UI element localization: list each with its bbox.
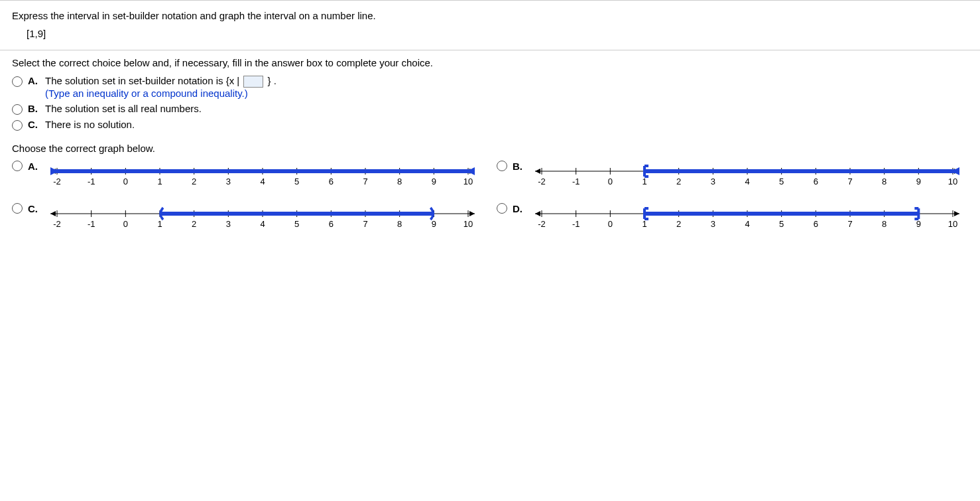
svg-text:10: 10 (463, 177, 473, 186)
svg-text:-1: -1 (88, 219, 95, 229)
choice-c-row: C. There is no solution. (12, 119, 968, 131)
radio-graph-d[interactable] (497, 203, 507, 214)
svg-text:1: 1 (642, 177, 646, 186)
choice-b-text: The solution set is all real numbers. (45, 103, 968, 114)
svg-text:-1: -1 (572, 219, 580, 229)
svg-marker-98 (954, 211, 959, 216)
brace-close: } . (268, 75, 276, 86)
choice-a-hint: (Type an inequality or a compound inequa… (45, 88, 248, 99)
svg-text:3: 3 (711, 177, 715, 186)
part2-instruction: Choose the correct graph below. (12, 143, 968, 154)
answer-section: Select the correct choice below and, if … (0, 50, 980, 240)
choice-c-label: C. (28, 119, 40, 130)
graph-choice-b: B. -2-1012345678910 (497, 161, 968, 191)
graph-choice-a: A. -2-1012345678910 (12, 161, 483, 191)
numberline-c: -2-1012345678910 (44, 203, 481, 234)
svg-text:7: 7 (363, 177, 367, 186)
choice-a-pre: The solution set in set-builder notation… (45, 75, 226, 86)
svg-text:4: 4 (260, 177, 265, 186)
svg-text:-2: -2 (53, 177, 61, 186)
svg-text:9: 9 (916, 177, 921, 186)
svg-text:9: 9 (432, 177, 436, 186)
graph-choice-d: D. -2-1012345678910 (497, 203, 968, 234)
radio-graph-c[interactable] (12, 203, 23, 214)
svg-text:2: 2 (676, 177, 681, 186)
numberline-a: -2-1012345678910 (44, 161, 481, 191)
svg-marker-68 (469, 211, 475, 216)
svg-text:3: 3 (711, 219, 715, 229)
numberline-d: -2-1012345678910 (528, 203, 966, 234)
svg-text:7: 7 (847, 219, 852, 229)
choice-b-label: B. (28, 103, 40, 114)
choice-b-row: B. The solution set is all real numbers. (12, 103, 968, 115)
numberline-b: -2-1012345678910 (528, 161, 966, 191)
svg-text:6: 6 (329, 219, 334, 229)
choice-c-text: There is no solution. (45, 119, 968, 130)
svg-text:-1: -1 (572, 177, 580, 186)
svg-text:4: 4 (260, 219, 265, 229)
interval-expression: [1,9] (27, 28, 968, 39)
svg-text:9: 9 (432, 219, 436, 229)
svg-text:8: 8 (397, 177, 402, 186)
graph-b-label: B. (513, 161, 524, 172)
svg-text:3: 3 (226, 177, 231, 186)
svg-text:1: 1 (157, 177, 162, 186)
answer-input[interactable] (243, 76, 263, 88)
svg-text:5: 5 (294, 177, 299, 186)
svg-text:10: 10 (948, 219, 957, 229)
svg-text:3: 3 (226, 219, 231, 229)
question-prompt: Express the interval in set-builder nota… (12, 10, 968, 21)
svg-text:4: 4 (745, 177, 749, 186)
svg-text:0: 0 (608, 177, 613, 186)
svg-text:-1: -1 (88, 177, 95, 186)
svg-text:10: 10 (948, 177, 957, 186)
svg-marker-97 (535, 211, 540, 216)
svg-text:-2: -2 (538, 219, 546, 229)
svg-text:1: 1 (157, 219, 162, 229)
svg-text:5: 5 (294, 219, 299, 229)
choice-a-body: The solution set in set-builder notation… (45, 75, 968, 99)
svg-text:2: 2 (676, 219, 681, 229)
svg-text:8: 8 (397, 219, 402, 229)
svg-text:7: 7 (363, 219, 367, 229)
svg-text:6: 6 (814, 219, 818, 229)
graph-choice-c: C. -2-1012345678910 (12, 203, 483, 234)
svg-text:7: 7 (847, 177, 852, 186)
svg-text:-2: -2 (538, 177, 546, 186)
svg-text:2: 2 (192, 177, 196, 186)
svg-text:-2: -2 (53, 219, 61, 229)
choice-a-row: A. The solution set in set-builder notat… (12, 75, 968, 99)
svg-text:4: 4 (745, 219, 749, 229)
graph-a-label: A. (28, 161, 40, 172)
graph-d-label: D. (513, 203, 524, 214)
graph-c-label: C. (28, 203, 40, 214)
svg-marker-33 (535, 169, 540, 174)
part1-choices: A. The solution set in set-builder notat… (12, 75, 968, 131)
svg-text:10: 10 (463, 219, 473, 229)
radio-choice-b[interactable] (12, 104, 23, 115)
svg-text:0: 0 (608, 219, 613, 229)
svg-text:6: 6 (814, 177, 818, 186)
svg-text:5: 5 (779, 177, 784, 186)
radio-choice-a[interactable] (12, 76, 23, 87)
svg-text:0: 0 (123, 219, 128, 229)
brace-open: {x | (226, 75, 243, 86)
radio-graph-a[interactable] (12, 161, 23, 171)
svg-marker-67 (50, 211, 56, 216)
radio-graph-b[interactable] (497, 161, 507, 171)
choice-a-label: A. (28, 75, 40, 86)
svg-text:5: 5 (779, 219, 784, 229)
svg-text:8: 8 (882, 177, 887, 186)
svg-text:2: 2 (192, 219, 196, 229)
svg-text:6: 6 (329, 177, 334, 186)
svg-text:0: 0 (123, 177, 128, 186)
svg-text:1: 1 (642, 219, 646, 229)
question-section: Express the interval in set-builder nota… (0, 0, 980, 50)
graph-choices-grid: A. -2-1012345678910 B. -2-1012345678910 … (12, 161, 968, 234)
radio-choice-c[interactable] (12, 120, 23, 131)
svg-text:9: 9 (916, 219, 921, 229)
part1-instruction: Select the correct choice below and, if … (12, 57, 968, 68)
svg-text:8: 8 (882, 219, 887, 229)
